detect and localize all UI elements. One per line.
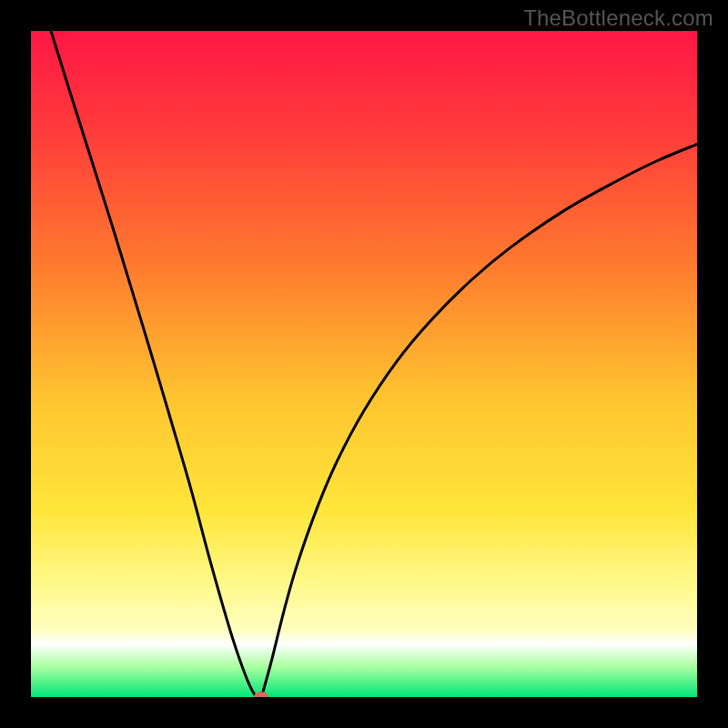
curve-left-branch	[51, 31, 261, 697]
bottleneck-curve	[31, 31, 697, 697]
chart-frame: TheBottleneck.com	[0, 0, 728, 728]
watermark-text: TheBottleneck.com	[523, 5, 713, 31]
optimum-marker	[254, 692, 268, 697]
plot-area	[31, 31, 697, 697]
curve-right-branch	[261, 144, 697, 697]
